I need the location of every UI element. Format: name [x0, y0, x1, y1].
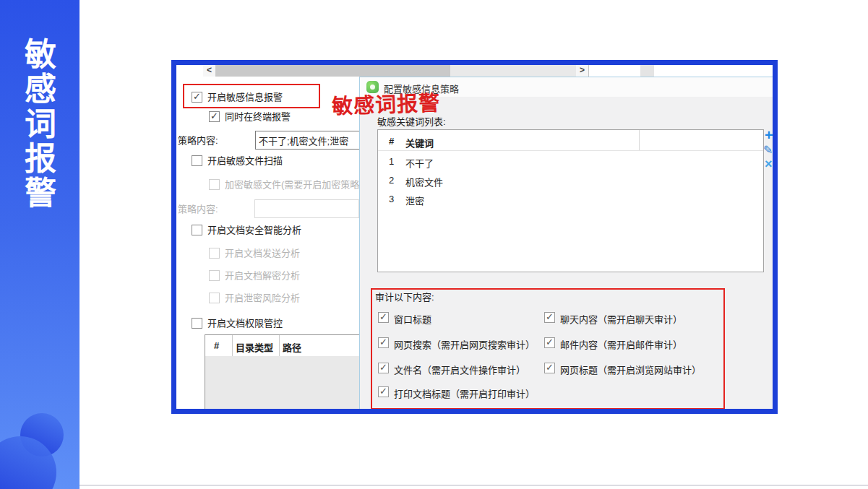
label-doc-send-analysis: 开启文档发送分析 — [225, 248, 300, 259]
window-corner-patch — [640, 65, 654, 77]
kw-word: 泄密 — [405, 194, 424, 207]
label-web-search: 网页搜索（需开启网页搜索审计） — [394, 337, 535, 351]
label-policy-content-2: 策略内容: — [178, 204, 218, 215]
directory-table-body[interactable] — [205, 356, 360, 410]
checkbox-encrypt-sensitive-file[interactable] — [209, 179, 220, 190]
sidebar: 敏感词报警 — [0, 0, 80, 489]
kw-index: 3 — [389, 194, 394, 204]
scroll-right-icon[interactable]: > — [576, 65, 588, 77]
checkbox-doc-permission-control[interactable] — [192, 318, 202, 329]
directory-table-header: # 目录类型 路径 — [205, 335, 360, 356]
label-terminal-alarm: 同时在终端报警 — [225, 111, 291, 123]
keyword-list[interactable]: # 关键词 1 不干了 2 机密文件 3 泄密 — [377, 129, 764, 272]
callout-text: 敏感词报警 — [331, 85, 440, 119]
kw-col-keyword: 关键词 — [405, 136, 434, 150]
kw-word: 机密文件 — [405, 175, 443, 189]
dir-col-type: 目录类型 — [236, 340, 273, 354]
label-sensitive-file-scan: 开启敏感文件扫描 — [207, 155, 283, 167]
label-doc-decrypt-analysis: 开启文档解密分析 — [225, 270, 300, 282]
dir-col-index: # — [214, 340, 219, 351]
checkbox-leak-risk-analysis[interactable] — [209, 293, 220, 303]
add-keyword-icon[interactable]: + — [765, 127, 773, 144]
alarm-highlight-box — [183, 84, 320, 108]
checkbox-doc-smart-analysis[interactable] — [192, 225, 202, 235]
checkbox-print-doc-title[interactable] — [378, 386, 389, 397]
audit-section-label: 审计以下内容: — [374, 290, 436, 303]
label-policy-content-1: 策略内容: — [178, 135, 218, 147]
checkbox-web-search[interactable] — [378, 337, 389, 348]
slide-canvas: 敏感词报警 < > 开启敏感信息报警 同时在终端报警 策略内容: 开启敏感文件扫… — [0, 0, 868, 489]
kw-index: 1 — [389, 156, 394, 167]
window-edge-line — [588, 65, 589, 77]
delete-keyword-icon[interactable]: × — [765, 157, 773, 172]
kw-word: 不干了 — [405, 156, 434, 170]
label-print-doc-title: 打印文档标题（需开启打印审计） — [394, 386, 535, 400]
label-file-name: 文件名（需开启文件操作审计） — [394, 363, 525, 376]
scroll-left-icon[interactable]: < — [203, 65, 215, 77]
dir-col-path: 路径 — [283, 340, 301, 354]
label-doc-permission-control: 开启文档权限管控 — [207, 318, 283, 329]
kw-col-index: # — [389, 136, 394, 147]
label-mail-content: 邮件内容（需开启邮件审计） — [560, 337, 682, 351]
policy-content-input-2[interactable] — [254, 199, 359, 218]
kw-index: 2 — [389, 175, 394, 186]
scrollbar-track[interactable] — [215, 65, 576, 77]
edit-keyword-icon[interactable]: ✎ — [763, 143, 773, 157]
label-encrypt-sensitive-file: 加密敏感文件(需要开启加密策略) — [225, 179, 363, 191]
policy-content-input-1[interactable] — [255, 131, 360, 150]
checkbox-terminal-alarm[interactable] — [209, 111, 220, 122]
directory-table[interactable]: # 目录类型 路径 — [205, 334, 360, 410]
scrollbar-thumb[interactable] — [215, 65, 450, 77]
label-web-page-title: 网页标题（需开启浏览网站审计） — [560, 363, 701, 376]
label-doc-smart-analysis: 开启文档安全智能分析 — [207, 225, 301, 236]
checkbox-window-title[interactable] — [378, 312, 389, 323]
bottom-divider — [80, 485, 868, 486]
checkbox-sensitive-file-scan[interactable] — [192, 155, 202, 166]
label-window-title: 窗口标题 — [394, 312, 431, 326]
checkbox-file-name[interactable] — [378, 363, 389, 373]
checkbox-doc-decrypt-analysis[interactable] — [209, 270, 220, 281]
checkbox-chat-content[interactable] — [544, 312, 555, 323]
sidebar-title: 敏感词报警 — [16, 38, 59, 225]
checkbox-mail-content[interactable] — [544, 337, 555, 348]
checkbox-web-page-title[interactable] — [544, 363, 555, 373]
label-leak-risk-analysis: 开启泄密风险分析 — [225, 293, 300, 304]
label-chat-content: 聊天内容（需开启聊天审计） — [560, 312, 682, 326]
checkbox-doc-send-analysis[interactable] — [209, 248, 220, 259]
